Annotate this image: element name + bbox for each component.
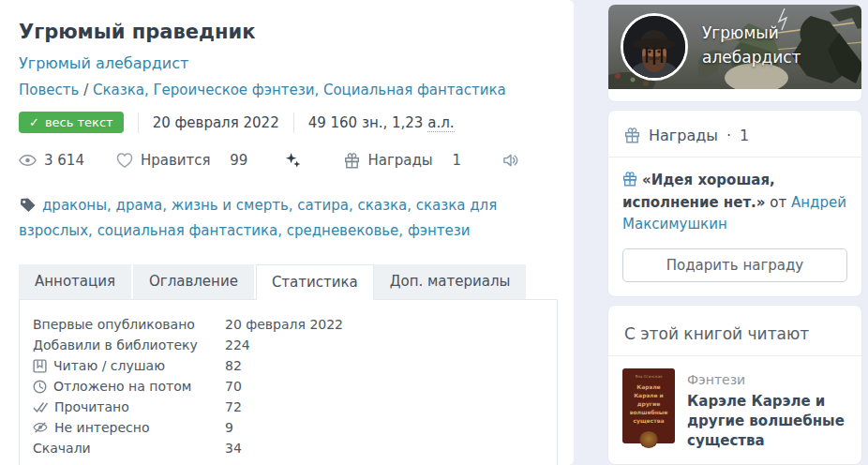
divider (768, 101, 769, 102)
stats-table-row: Читаю / слушаю 82 (33, 355, 544, 376)
like-button[interactable]: Нравится 99 (116, 152, 247, 169)
friends-counter: 6 (725, 101, 756, 102)
from-word: от (765, 194, 790, 211)
clock-icon (33, 380, 47, 394)
stat-label: Прочитано (54, 397, 129, 417)
form-separator: / (79, 82, 93, 98)
text-size: 49 160 зн., 1,23 а.л. (308, 114, 455, 131)
genres-line: Повесть / Сказка, Героическое фэнтези, С… (19, 82, 555, 98)
stat-label: Скачали (33, 438, 91, 458)
status-badge: ✓весь текст (19, 112, 124, 133)
stat-value: 72 (225, 397, 544, 417)
likes-count: 99 (230, 152, 247, 169)
tab-label: Аннотация (35, 273, 115, 290)
author-profile-card: Угрюмый алебардист A 3 484 6 659 (607, 4, 862, 102)
audio-button[interactable] (502, 153, 518, 168)
awards-count: 1 (452, 152, 461, 169)
size-abbr: а.л. (427, 114, 454, 132)
also-read-card: С этой книгой читают Яна Огинская Карэле… (607, 305, 862, 465)
tag-link[interactable]: средневековье (287, 222, 399, 239)
stats-table-row: Прочитано 72 (33, 397, 544, 417)
related-book-title-link[interactable]: Карэле Карэле и другие волшебные существ… (687, 392, 847, 451)
tag-separator: , (277, 222, 287, 239)
awards-counter[interactable]: Награды 1 (344, 152, 461, 169)
awards-total: 1 (740, 127, 749, 144)
stat-value: 9 (225, 417, 544, 438)
cover-emblem (639, 431, 658, 448)
divider (293, 112, 294, 133)
cover-author-text: Яна Огинская (625, 374, 672, 379)
form-link[interactable]: Повесть (19, 82, 79, 98)
stat-label: Впервые опубликовано (33, 314, 195, 335)
tag-link[interactable]: фэнтези (408, 222, 471, 239)
recommend-button[interactable] (285, 152, 301, 169)
stats-table-row: Впервые опубликовано 20 февраля 2022 (33, 314, 544, 335)
double-check-icon (33, 401, 48, 413)
tag-link[interactable]: драма (116, 197, 163, 214)
tab-доп-материалы[interactable]: Доп. материалы (374, 264, 529, 299)
tab-label: Статистика (272, 274, 358, 291)
divider (138, 112, 139, 133)
award-quote: «Идея хорошая, исполнение нет.» (622, 172, 775, 210)
book-info: Фэнтези Карэле Карэле и другие волшебные… (687, 368, 847, 451)
heart-icon (116, 153, 133, 168)
stats-table-row: Добавили в библиотеку 224 (33, 335, 544, 355)
tab-оглавление[interactable]: Оглавление (133, 264, 256, 299)
tab-статистика[interactable]: Статистика (256, 264, 374, 300)
tag-separator: , (398, 222, 408, 239)
tag-link[interactable]: драконы (42, 197, 107, 214)
tab-аннотация[interactable]: Аннотация (19, 264, 133, 299)
genre-link[interactable]: Сказка (93, 82, 144, 98)
publication-meta-row: ✓весь текст 20 февраля 2022 49 160 зн., … (19, 112, 555, 133)
divider (608, 355, 861, 356)
header-separator: · (726, 127, 731, 144)
tab-label: Оглавление (149, 273, 238, 290)
sidebar: Угрюмый алебардист A 3 484 6 659 (607, 0, 862, 465)
tag-link[interactable]: сказка (357, 197, 407, 214)
tag-link[interactable]: сатира (297, 197, 349, 214)
awards-card: Награды · 1 «Идея хорошая, исполнение не… (607, 110, 862, 297)
gift-award-button[interactable]: Подарить награду (622, 248, 847, 282)
award-item: «Идея хорошая, исполнение нет.» от Андре… (622, 170, 847, 235)
tab-label: Доп. материалы (390, 273, 511, 290)
related-book-item[interactable]: Яна Огинская Карэле Карэле и другие волш… (622, 368, 847, 451)
tag-separator: , (162, 197, 172, 214)
profile-author-name[interactable]: Угрюмый алебардист (702, 21, 824, 70)
statistics-panel: Впервые опубликовано 20 февраля 2022 Доб… (19, 299, 558, 465)
author-avatar[interactable] (621, 13, 688, 81)
tags-row: драконы, драма, жизнь и смерть, сатира, … (19, 193, 555, 244)
tag-link[interactable]: жизнь и смерть (172, 197, 289, 214)
book-tabs: Аннотация Оглавление Статистика Доп. мат… (19, 264, 555, 299)
tag-separator: , (107, 197, 116, 214)
subscribers-counter: 659 (780, 101, 831, 102)
bookmark-icon (33, 359, 47, 373)
book-cover[interactable]: Яна Огинская Карэле Карэле и другие волш… (622, 368, 675, 443)
page-title: Угрюмый праведник (19, 21, 555, 43)
stat-label: Читаю / слушаю (53, 355, 165, 376)
gift-icon (344, 153, 360, 169)
sparkles-icon (285, 152, 301, 169)
cover-title-text: Карэле Карэле и другие волшебные существ… (625, 382, 672, 425)
stat-label: Добавили в библиотеку (33, 335, 198, 355)
awards-header: Награды · 1 (622, 123, 847, 144)
stat-value: 70 (225, 376, 544, 397)
divider (608, 157, 861, 158)
eye-icon (19, 154, 37, 167)
engagement-row: 3 614 Нравится 99 Награды 1 (19, 152, 555, 169)
profile-counters: A 3 484 6 659 (608, 89, 861, 102)
page: Угрюмый праведник Угрюмый алебардист Пов… (0, 0, 868, 465)
tag-separator: , (407, 197, 416, 214)
author-link[interactable]: Угрюмый алебардист (19, 54, 188, 72)
gift-icon (624, 128, 640, 143)
tag-separator: , (289, 197, 298, 214)
also-read-header: С этой книгой читают (622, 319, 847, 343)
stats-table-row: Скачали 34 (33, 438, 544, 458)
stat-value: 34 (225, 438, 544, 458)
genre-link[interactable]: Социальная фантастика (323, 82, 506, 98)
profile-cover-image: Угрюмый алебардист (608, 5, 861, 89)
works-counter: A 3 484 (639, 101, 701, 102)
speaker-icon (502, 153, 518, 168)
gift-icon (622, 172, 637, 187)
tag-link[interactable]: социальная фантастика (97, 222, 278, 239)
genre-link[interactable]: Героическое фэнтези (153, 82, 314, 98)
